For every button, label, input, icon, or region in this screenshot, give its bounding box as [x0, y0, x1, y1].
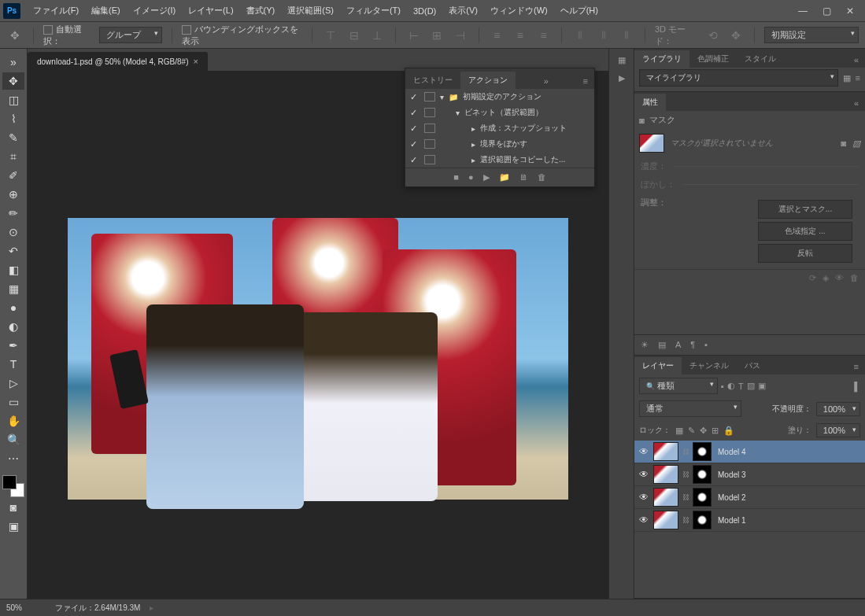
filter-toggle-icon[interactable]: ▌: [854, 382, 860, 391]
layer-row[interactable]: 👁 ⛓ Model 2: [634, 486, 865, 509]
distribute-hcenter-icon[interactable]: ⦀: [595, 26, 612, 45]
menu-image[interactable]: イメージ(I): [127, 2, 182, 20]
distribute-right-icon[interactable]: ⦀: [618, 26, 635, 45]
paragraph-panel-icon[interactable]: ¶: [690, 340, 695, 350]
actions-panel[interactable]: ヒストリー アクション » ≡ ✓ ▾ 📁 初期設定のアクション ✓ ▾ ビネッ…: [405, 68, 595, 187]
mask-link-icon[interactable]: ⛓: [682, 448, 689, 456]
color-range-button[interactable]: 色域指定 ...: [758, 222, 852, 241]
layer-row[interactable]: 👁 ⛓ Model 4: [634, 441, 865, 463]
tab-channels[interactable]: チャンネル: [682, 357, 737, 374]
brush-tool[interactable]: ✏: [2, 205, 24, 222]
action-dialog-icon[interactable]: [424, 92, 435, 101]
menu-layer[interactable]: レイヤー(L): [182, 2, 239, 20]
layer-row[interactable]: 👁 ⛓ Model 3: [634, 463, 865, 486]
action-row[interactable]: ✓ ▾ 📁 初期設定のアクション: [405, 89, 594, 105]
zoom-tool[interactable]: 🔍: [2, 431, 24, 448]
menu-select[interactable]: 選択範囲(S): [281, 2, 340, 20]
new-action-icon[interactable]: 🗎: [519, 172, 528, 183]
character-panel-icon[interactable]: A: [675, 340, 681, 350]
menu-3d[interactable]: 3D(D): [407, 3, 442, 19]
disable-mask-icon[interactable]: 👁: [835, 273, 844, 283]
mask-link-icon[interactable]: ⛓: [682, 470, 689, 478]
distribute-vcenter-icon[interactable]: ≡: [512, 26, 529, 45]
bounding-box-checkbox[interactable]: バウンディングボックスを表示: [182, 24, 302, 47]
eyedropper-tool[interactable]: ✐: [2, 167, 24, 184]
menu-help[interactable]: ヘルプ(H): [554, 2, 604, 20]
adjustment-icon[interactable]: ☀: [641, 340, 649, 350]
filter-pixel-icon[interactable]: ▪: [721, 382, 724, 391]
grid-view-icon[interactable]: ▦: [843, 73, 851, 83]
chevron-right-icon[interactable]: ▸: [471, 156, 475, 164]
menu-view[interactable]: 表示(V): [442, 2, 484, 20]
chevron-right-icon[interactable]: ▸: [471, 124, 475, 133]
distribute-bottom-icon[interactable]: ≡: [535, 26, 553, 45]
action-row[interactable]: ✓ ▸ 境界をぼかす: [405, 136, 594, 152]
tab-actions[interactable]: アクション: [460, 72, 516, 89]
delete-icon[interactable]: 🗑: [538, 172, 546, 183]
layer-name[interactable]: Model 4: [715, 448, 862, 456]
layer-mask-thumbnail[interactable]: [693, 511, 712, 529]
lock-pixels-icon[interactable]: ✎: [688, 426, 695, 436]
lock-transparency-icon[interactable]: ▦: [675, 426, 683, 436]
select-and-mask-button[interactable]: 選択とマスク...: [758, 200, 852, 219]
action-dialog-icon[interactable]: [424, 124, 435, 133]
visibility-toggle-icon[interactable]: 👁: [638, 446, 650, 457]
quick-mask-icon[interactable]: ◙: [2, 499, 24, 516]
action-dialog-icon[interactable]: [424, 108, 435, 117]
mask-link-icon[interactable]: ⛓: [682, 493, 689, 501]
action-dialog-icon[interactable]: [424, 139, 435, 149]
layer-name[interactable]: Model 3: [715, 470, 862, 479]
filter-smart-icon[interactable]: ▣: [758, 381, 766, 391]
tab-styles[interactable]: スタイル: [737, 50, 784, 68]
swatches-panel-icon[interactable]: ▦: [618, 55, 626, 65]
vector-mask-icon[interactable]: ▧: [852, 138, 860, 149]
invert-button[interactable]: 反転: [758, 244, 852, 263]
tab-adjustments[interactable]: 色調補正: [689, 50, 737, 68]
expand-panel-icon[interactable]: »: [538, 73, 555, 89]
swatch-icon[interactable]: ▪: [704, 340, 708, 350]
auto-select-checkbox[interactable]: 自動選択：: [43, 24, 94, 47]
3d-pan-icon[interactable]: ✥: [728, 26, 745, 45]
tab-layers[interactable]: レイヤー: [634, 357, 682, 374]
workspace-preset-dropdown[interactable]: 初期設定: [764, 27, 859, 43]
action-check-icon[interactable]: ✓: [410, 92, 420, 102]
action-check-icon[interactable]: ✓: [410, 139, 420, 149]
color-swatches[interactable]: [2, 475, 24, 497]
lock-artboard-icon[interactable]: ⊞: [712, 426, 719, 436]
density-slider[interactable]: [673, 166, 859, 167]
tab-properties[interactable]: 属性: [634, 94, 666, 111]
distribute-top-icon[interactable]: ≡: [489, 26, 506, 45]
blend-mode-dropdown[interactable]: 通常: [639, 400, 741, 417]
filter-type-icon[interactable]: T: [738, 382, 744, 391]
layer-mask-thumbnail[interactable]: [693, 465, 712, 484]
visibility-toggle-icon[interactable]: 👁: [638, 492, 650, 503]
new-set-icon[interactable]: 📁: [499, 172, 510, 183]
lock-all-icon[interactable]: 🔒: [723, 426, 734, 436]
document-info[interactable]: ファイル：2.64M/19.3M: [55, 603, 140, 614]
opacity-input[interactable]: 100%: [816, 402, 860, 416]
action-check-icon[interactable]: ✓: [410, 124, 420, 134]
layer-thumbnail[interactable]: [653, 511, 678, 529]
maximize-button[interactable]: ▢: [815, 3, 838, 19]
blur-tool[interactable]: ●: [2, 299, 24, 316]
clone-stamp-tool[interactable]: ⊙: [2, 223, 24, 241]
quick-select-tool[interactable]: ✎: [2, 129, 24, 146]
align-bottom-icon[interactable]: ⊥: [368, 26, 386, 45]
layer-name[interactable]: Model 1: [715, 516, 862, 525]
align-vcenter-icon[interactable]: ⊟: [346, 26, 363, 45]
tab-history[interactable]: ヒストリー: [405, 72, 460, 89]
history-brush-tool[interactable]: ↶: [2, 242, 24, 260]
action-dialog-icon[interactable]: [424, 155, 435, 164]
chevron-down-icon[interactable]: ▾: [440, 93, 444, 101]
menu-filter[interactable]: フィルター(T): [340, 2, 407, 20]
apply-mask-icon[interactable]: ◈: [822, 273, 829, 283]
menu-type[interactable]: 書式(Y): [240, 2, 282, 20]
adjustment-icon[interactable]: ▤: [658, 340, 666, 350]
screen-mode-icon[interactable]: ▣: [2, 518, 24, 535]
pixel-mask-icon[interactable]: ◙: [841, 138, 846, 148]
align-left-icon[interactable]: ⊢: [405, 26, 423, 45]
path-select-tool[interactable]: ▷: [2, 374, 24, 392]
record-icon[interactable]: ●: [468, 172, 474, 183]
distribute-left-icon[interactable]: ⦀: [571, 26, 589, 45]
move-tool[interactable]: ✥: [2, 72, 24, 90]
